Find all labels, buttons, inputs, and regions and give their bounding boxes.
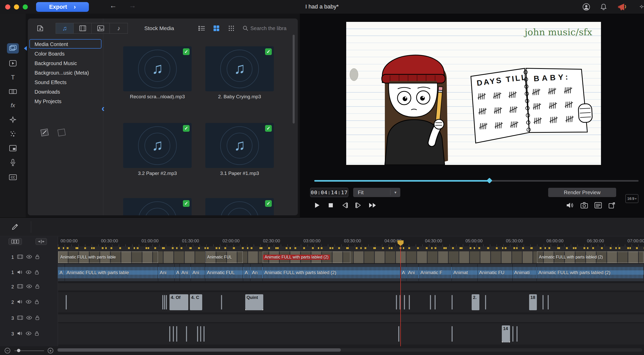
play-button[interactable] xyxy=(312,201,321,210)
lock-track-icon[interactable] xyxy=(35,284,39,290)
stop-button[interactable] xyxy=(326,201,335,210)
fullscreen-expand-icon[interactable] xyxy=(607,201,617,210)
zoom-in-icon[interactable]: + xyxy=(48,348,53,353)
eye-visibility-icon[interactable] xyxy=(26,332,31,336)
media-category-item[interactable]: Background Music xyxy=(29,58,101,68)
audio-track-3[interactable]: 14 xyxy=(58,323,644,344)
preview-seek-bar[interactable] xyxy=(314,180,639,182)
storyboard-view-icon[interactable] xyxy=(9,238,22,245)
zoom-fit-dropdown[interactable]: Fit ▾ xyxy=(353,188,400,197)
video-clip[interactable]: Animatic FULL with parts labled (2) xyxy=(263,252,350,263)
lock-track-icon[interactable] xyxy=(35,299,39,305)
audio-sliver-clip[interactable] xyxy=(176,326,177,341)
redo-icon[interactable]: → xyxy=(129,2,136,10)
audio-sliver-clip[interactable] xyxy=(166,295,167,309)
account-icon[interactable] xyxy=(582,3,591,11)
audio-clip[interactable]: Ani xyxy=(180,264,191,281)
media-category-item[interactable]: Color Boards xyxy=(29,49,101,58)
rail-split-screen-tab[interactable] xyxy=(7,143,19,153)
sound-effect-clip[interactable]: 4. Of xyxy=(170,294,188,310)
audio-clip[interactable]: Animat xyxy=(452,264,478,281)
audio-clip[interactable]: Animati xyxy=(513,264,537,281)
sound-effect-clip[interactable]: 14 xyxy=(502,325,510,342)
audio-sliver-clip[interactable] xyxy=(512,326,513,341)
announcements-megaphone-icon[interactable] xyxy=(617,3,628,11)
preview-canvas[interactable]: john music/sfx xyxy=(346,22,601,165)
eye-visibility-icon[interactable] xyxy=(26,285,32,289)
audio-clip[interactable]: Animatic FULL with parts lable xyxy=(65,264,158,281)
media-category-item[interactable]: Downloads xyxy=(29,87,101,96)
audio-track-2[interactable]: 4. Of4. CQuint2.18 xyxy=(58,292,644,312)
fast-forward-button[interactable] xyxy=(368,201,377,210)
audio-sliver-clip[interactable] xyxy=(409,295,410,309)
audio-sliver-clip[interactable] xyxy=(452,295,453,309)
tab-image[interactable] xyxy=(92,23,110,34)
audio-clip[interactable]: Animatic FULL with parts labled (2) xyxy=(263,264,400,281)
audio-sliver-clip[interactable] xyxy=(404,295,405,309)
import-media-icon[interactable] xyxy=(35,23,46,34)
snapshot-camera-icon[interactable] xyxy=(580,201,589,210)
media-item[interactable]: ♫✓Record scra...nload).mp3 xyxy=(123,46,192,100)
audio-track-1[interactable]: AAnimatic FULL with parts lableAniAAniAn… xyxy=(58,264,644,281)
video-track-3[interactable] xyxy=(58,314,644,322)
eye-visibility-icon[interactable] xyxy=(26,300,31,305)
media-category-item[interactable]: Backgroun...usic (Meta) xyxy=(29,68,101,77)
sound-effect-clip[interactable]: 4. C xyxy=(190,294,202,310)
audio-sliver-clip[interactable] xyxy=(548,295,549,309)
media-item[interactable]: ♫✓ xyxy=(205,198,274,215)
draw-mask-outline-icon[interactable] xyxy=(57,128,66,137)
media-category-item[interactable]: My Projects xyxy=(29,96,101,106)
audio-clip[interactable]: A xyxy=(243,264,250,281)
audio-sliver-clip[interactable] xyxy=(200,326,201,341)
audio-sliver-clip[interactable] xyxy=(204,326,205,341)
rail-captions-tab[interactable]: cc xyxy=(7,172,19,182)
audio-sliver-clip[interactable] xyxy=(197,326,198,341)
rail-media-tab[interactable]: ♪ xyxy=(7,43,19,54)
audio-sliver-clip[interactable] xyxy=(169,326,170,341)
close-window-button[interactable] xyxy=(5,4,10,10)
audio-sliver-clip[interactable] xyxy=(398,326,399,341)
rail-elements-tab[interactable] xyxy=(7,114,19,125)
video-clip[interactable]: Animatic FUL xyxy=(205,252,243,263)
zoom-out-icon[interactable]: − xyxy=(5,348,10,353)
media-category-item[interactable]: Sound Effects xyxy=(29,77,101,87)
audio-sliver-clip[interactable] xyxy=(430,295,431,309)
video-clip[interactable]: Animatic FULL with parts lable xyxy=(58,252,158,263)
previous-frame-button[interactable] xyxy=(340,201,349,210)
edit-pencil-icon[interactable] xyxy=(11,223,19,232)
audio-sliver-clip[interactable] xyxy=(452,326,453,341)
video-clip[interactable]: Animatic FULL with parts labled (2) xyxy=(537,252,643,263)
audio-sliver-clip[interactable] xyxy=(173,326,174,341)
draw-mask-icon[interactable] xyxy=(40,128,49,137)
audio-clip[interactable]: Animatic FUL xyxy=(205,264,243,281)
rail-text-tab[interactable]: T xyxy=(7,72,19,83)
audio-sliver-clip[interactable] xyxy=(485,295,486,309)
audio-clip[interactable]: Ani xyxy=(191,264,205,281)
audio-sliver-clip[interactable] xyxy=(162,295,163,309)
undo-icon[interactable]: ← xyxy=(109,2,117,10)
tab-video[interactable] xyxy=(74,23,92,34)
render-preview-button[interactable]: Render Preview xyxy=(548,188,616,197)
audio-clip[interactable]: An xyxy=(250,264,263,281)
lock-track-icon[interactable] xyxy=(35,270,39,276)
audio-clip[interactable]: A xyxy=(58,264,65,281)
media-item[interactable]: ♫✓2. Baby Crying.mp3 xyxy=(205,46,274,100)
audio-sliver-clip[interactable] xyxy=(516,326,518,341)
media-category-item[interactable]: Media Content xyxy=(29,39,101,49)
media-item[interactable]: ♫✓3.1 Paper #1.mp3 xyxy=(205,123,274,176)
notifications-bell-icon[interactable] xyxy=(599,3,608,11)
audio-sliver-clip[interactable] xyxy=(435,295,436,309)
minimize-window-button[interactable] xyxy=(14,4,19,10)
media-item[interactable]: ♫✓3.2 Paper #2.mp3 xyxy=(123,123,192,176)
audio-clip[interactable]: A xyxy=(400,264,406,281)
video-track-2[interactable] xyxy=(58,283,644,290)
sound-effect-clip[interactable]: 18 xyxy=(529,294,537,310)
aspect-ratio-badge[interactable]: 16:9 ▾ xyxy=(625,194,638,203)
timecode-display[interactable]: 00:04:14:17 xyxy=(310,188,348,197)
audio-clip[interactable]: Ani xyxy=(406,264,419,281)
audio-sliver-clip[interactable] xyxy=(66,295,67,309)
audio-sliver-clip[interactable] xyxy=(221,295,222,309)
eye-visibility-icon[interactable] xyxy=(26,255,32,260)
more-tools-icon[interactable] xyxy=(639,3,644,11)
maximize-window-button[interactable] xyxy=(23,4,28,10)
